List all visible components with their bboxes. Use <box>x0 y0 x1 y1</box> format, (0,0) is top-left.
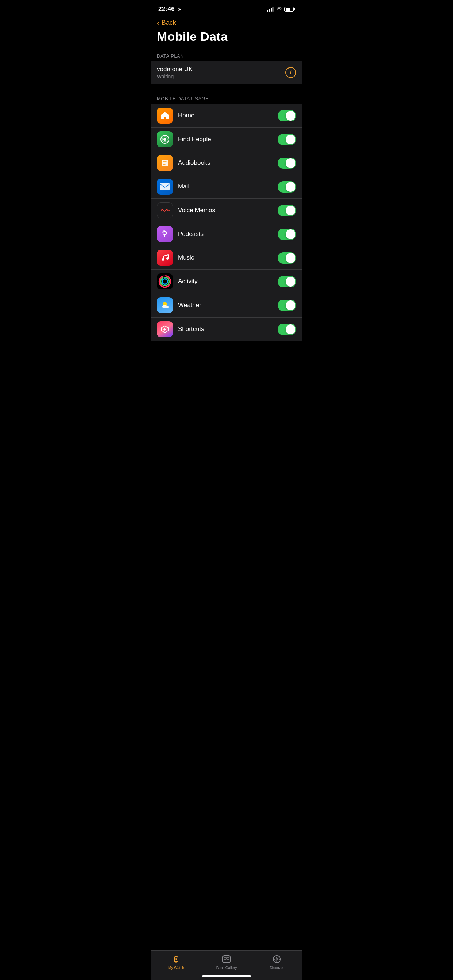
app-row-shortcuts-partial: Shortcuts <box>151 317 302 341</box>
signal-bar-3 <box>271 8 272 12</box>
mail-app-icon <box>157 179 173 195</box>
app-row-home: Home <box>151 104 302 127</box>
find-people-icon <box>160 134 170 145</box>
home-icon <box>160 111 170 120</box>
signal-bar-1 <box>267 10 268 12</box>
app-row-audiobooks: Audiobooks <box>151 151 302 175</box>
shortcuts-app-icon <box>157 321 173 337</box>
voice-memos-icon <box>160 205 170 215</box>
audiobooks-app-label: Audiobooks <box>178 159 273 167</box>
podcasts-app-icon <box>157 226 173 242</box>
app-row-activity: Activity <box>151 270 302 293</box>
weather-app-icon <box>157 297 173 313</box>
podcasts-icon <box>160 229 170 239</box>
app-row-find-people: Find People <box>151 127 302 151</box>
music-icon <box>160 253 170 262</box>
activity-toggle[interactable] <box>278 276 296 287</box>
app-row-weather: Weather <box>151 293 302 317</box>
activity-icon <box>158 275 171 288</box>
activity-app-icon <box>157 274 173 290</box>
find-people-toggle[interactable] <box>278 134 296 145</box>
spacer <box>151 84 302 92</box>
app-list: Home Find People Audiobooks <box>151 103 302 317</box>
shortcuts-toggle[interactable] <box>278 324 296 335</box>
app-row-podcasts: Podcasts <box>151 223 302 246</box>
svg-point-6 <box>162 258 164 261</box>
music-toggle[interactable] <box>278 252 296 264</box>
home-app-icon <box>157 108 173 124</box>
home-toggle[interactable] <box>278 110 296 121</box>
signal-icon <box>267 6 274 12</box>
carrier-name: vodafone UK <box>157 65 193 73</box>
back-chevron-icon: ‹ <box>157 19 160 27</box>
audiobooks-app-icon <box>157 155 173 171</box>
status-time-area: 22:46 ➤ <box>158 5 182 13</box>
weather-app-label: Weather <box>178 302 273 309</box>
carrier-status: Waiting <box>157 74 193 80</box>
shortcuts-app-label: Shortcuts <box>178 326 273 333</box>
audiobooks-icon <box>160 158 170 168</box>
status-bar: 22:46 ➤ <box>151 0 302 16</box>
voice-memos-toggle[interactable] <box>278 205 296 216</box>
music-app-label: Music <box>178 254 273 261</box>
info-button[interactable]: i <box>285 67 296 78</box>
find-people-app-label: Find People <box>178 135 273 143</box>
music-app-icon <box>157 250 173 266</box>
podcasts-app-label: Podcasts <box>178 231 273 238</box>
find-people-app-icon <box>157 131 173 147</box>
svg-rect-4 <box>160 183 170 190</box>
app-row-mail: Mail <box>151 175 302 199</box>
location-icon: ➤ <box>178 6 182 12</box>
status-icons <box>267 6 295 12</box>
svg-point-7 <box>166 258 169 259</box>
mail-icon <box>160 183 170 191</box>
mail-toggle[interactable] <box>278 181 296 192</box>
activity-app-label: Activity <box>178 278 273 285</box>
home-app-label: Home <box>178 112 273 119</box>
app-row-voice-memos: Voice Memos <box>151 199 302 223</box>
mobile-data-usage-header: MOBILE DATA USAGE <box>151 92 302 103</box>
wifi-icon <box>276 7 282 11</box>
svg-point-5 <box>163 231 167 235</box>
mail-app-label: Mail <box>178 183 273 190</box>
status-time: 22:46 <box>158 5 175 13</box>
battery-icon <box>284 7 295 12</box>
voice-memos-app-label: Voice Memos <box>178 207 273 214</box>
voice-memos-app-icon <box>157 202 173 218</box>
signal-bar-4 <box>273 6 274 12</box>
data-plan-section-header: DATA PLAN <box>151 49 302 61</box>
podcasts-toggle[interactable] <box>278 229 296 240</box>
app-row-music: Music <box>151 246 302 270</box>
svg-point-13 <box>162 279 168 285</box>
audiobooks-toggle[interactable] <box>278 158 296 169</box>
weather-icon <box>160 300 170 310</box>
data-plan-card[interactable]: vodafone UK Waiting i <box>151 61 302 84</box>
weather-toggle[interactable] <box>278 300 296 311</box>
shortcuts-icon <box>160 325 170 334</box>
signal-bar-2 <box>269 9 270 12</box>
back-label: Back <box>161 19 176 27</box>
back-button[interactable]: ‹ Back <box>151 16 302 28</box>
page-title: Mobile Data <box>151 28 302 49</box>
svg-point-1 <box>163 138 166 141</box>
data-plan-info: vodafone UK Waiting <box>157 65 193 80</box>
